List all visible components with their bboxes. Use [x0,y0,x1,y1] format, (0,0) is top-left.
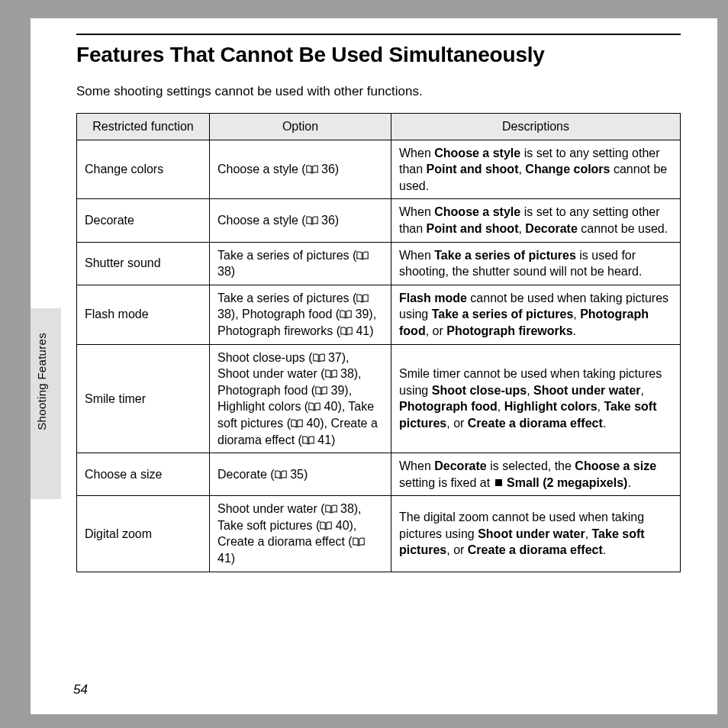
th-descriptions: Descriptions [391,114,681,140]
cell-option: Choose a style ( 36) [210,199,391,242]
th-restricted-function: Restricted function [77,114,210,140]
table-row: Choose a sizeDecorate ( 35)When Decorate… [77,453,681,496]
book-icon [308,402,321,411]
cell-description: The digital zoom cannot be used when tak… [391,496,681,572]
cell-option: Shoot close-ups ( 37), Shoot under water… [210,344,391,453]
cell-restricted-function: Choose a size [77,453,210,496]
cell-description: Smile timer cannot be used when taking p… [391,344,681,453]
book-icon [306,165,318,174]
page-title: Features That Cannot Be Used Simultaneou… [76,43,681,67]
cell-option: Decorate ( 35) [210,453,391,496]
section-tab-label: Shooting Features [35,333,48,430]
table-row: Flash modeTake a series of pictures ( 38… [77,285,681,344]
cell-option: Take a series of pictures ( 38) [210,242,391,285]
book-icon [313,353,325,362]
book-icon [306,216,318,225]
cell-option: Take a series of pictures ( 38), Photogr… [210,285,391,344]
th-option: Option [210,114,391,140]
intro-text: Some shooting settings cannot be used wi… [76,84,681,99]
book-icon [356,251,369,260]
title-rule [76,34,681,35]
content-area: Features That Cannot Be Used Simultaneou… [31,18,717,572]
book-icon [325,504,337,514]
cell-option: Choose a style ( 36) [210,140,391,199]
book-icon [291,419,303,428]
cell-restricted-function: Decorate [77,199,210,242]
cell-restricted-function: Smile timer [77,344,210,453]
page-number: 54 [73,682,88,697]
cell-description: When Decorate is selected, the Choose a … [391,453,681,496]
table-header-row: Restricted function Option Descriptions [77,114,681,140]
book-icon [340,310,352,319]
book-icon [340,327,353,336]
book-icon [325,369,337,378]
table-row: Change colorsChoose a style ( 36)When Ch… [77,140,681,199]
book-icon [320,521,332,530]
cell-restricted-function: Shutter sound [77,242,210,285]
table-row: Digital zoomShoot under water ( 38), Tak… [77,496,681,572]
cell-option: Shoot under water ( 38), Take soft pictu… [210,496,391,572]
book-icon [353,537,365,546]
table-row: Shutter soundTake a series of pictures (… [77,242,681,285]
cell-restricted-function: Change colors [77,140,210,199]
square-bullet-icon [495,479,502,486]
book-icon [315,386,327,395]
cell-description: When Take a series of pictures is used f… [391,242,681,285]
table-row: Smile timerShoot close-ups ( 37), Shoot … [77,344,681,453]
cell-description: When Choose a style is set to any settin… [391,140,681,199]
cell-description: Flash mode cannot be used when taking pi… [391,285,681,344]
page: Shooting Features Features That Cannot B… [31,18,717,714]
cell-restricted-function: Flash mode [77,285,210,344]
book-icon [356,294,369,303]
restrictions-table: Restricted function Option Descriptions … [76,113,681,572]
table-row: DecorateChoose a style ( 36)When Choose … [77,199,681,242]
book-icon [302,436,314,445]
cell-description: When Choose a style is set to any settin… [391,199,681,242]
cell-restricted-function: Digital zoom [77,496,210,572]
book-icon [275,470,287,479]
